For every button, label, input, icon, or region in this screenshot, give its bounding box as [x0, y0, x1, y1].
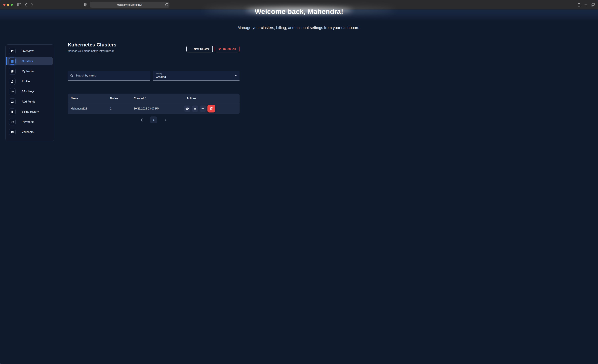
- url-text: https://myceliumcloud.tf: [117, 3, 142, 6]
- column-header-actions: Actions: [184, 97, 239, 100]
- page-content: Welcome back, Mahendra! Manage your clus…: [0, 9, 260, 158]
- sidebar-item-label: Vouchers: [22, 130, 33, 134]
- new-cluster-label: New Cluster: [194, 48, 209, 51]
- clusters-table: Name Nodes Created Actions Mahendra123 2…: [68, 94, 240, 114]
- sort-value: Created: [156, 75, 237, 79]
- panel-titles: Kubernetes Clusters Manage your cloud-na…: [68, 42, 116, 53]
- cluster-name-cell: Mahendra123: [68, 107, 107, 110]
- cluster-created-cell: 10/29/2025 03:07 PM: [131, 107, 184, 110]
- panel-header: Kubernetes Clusters Manage your cloud-na…: [68, 42, 240, 53]
- privacy-shield-icon[interactable]: [83, 2, 88, 7]
- sidebar-item-profile[interactable]: Profile: [7, 77, 53, 86]
- sidebar-item-ssh-keys[interactable]: SSH Keys: [7, 87, 53, 96]
- browser-chrome: https://myceliumcloud.tf: [0, 0, 260, 9]
- close-window-button[interactable]: [3, 4, 6, 6]
- servers-icon: [9, 58, 16, 65]
- delete-cluster-button[interactable]: [208, 105, 215, 113]
- table-row: Mahendra123 2 10/29/2025 03:07 PM: [68, 103, 239, 114]
- fullscreen-window-button[interactable]: [11, 4, 13, 6]
- dashboard-icon: [9, 48, 16, 54]
- url-bar[interactable]: https://myceliumcloud.tf: [90, 2, 169, 8]
- sidebar-item-label: Billing History: [22, 110, 39, 114]
- ticket-icon: [9, 129, 16, 135]
- column-header-created[interactable]: Created: [131, 97, 184, 100]
- filter-row: Sort by Created: [68, 71, 240, 81]
- download-kubeconfig-button[interactable]: [192, 106, 198, 112]
- pagination: 1: [68, 116, 240, 123]
- sidebar-item-clusters[interactable]: Clusters: [7, 57, 53, 65]
- chevron-right-icon: [165, 118, 167, 122]
- sidebar-item-my-nodes[interactable]: My Nodes: [7, 67, 53, 75]
- sort-label: Sort by: [156, 72, 237, 75]
- user-icon: [9, 78, 16, 85]
- sidebar-item-add-funds[interactable]: Add Funds: [7, 98, 53, 106]
- sidebar-item-label: Payments: [22, 120, 34, 124]
- sidebar-item-label: Profile: [22, 80, 30, 83]
- forward-button[interactable]: [30, 2, 34, 7]
- key-icon: [9, 88, 16, 95]
- download-icon: [193, 107, 197, 110]
- plus-icon: [201, 107, 204, 110]
- sidebar-item-label: SSH Keys: [22, 90, 34, 93]
- trash-icon: [210, 107, 213, 110]
- cluster-nodes-cell: 2: [107, 107, 131, 110]
- row-actions: [184, 105, 239, 113]
- delete-all-label: Delete All: [223, 48, 236, 51]
- previous-page-button[interactable]: [139, 118, 144, 122]
- sidebar-toggle-icon[interactable]: [17, 2, 22, 7]
- nodes-icon: [9, 68, 16, 75]
- plus-icon: [190, 48, 192, 50]
- sidebar-item-label: Clusters: [22, 59, 33, 63]
- sidebar-item-billing-history[interactable]: Billing History: [7, 108, 53, 116]
- delete-sweep-icon: [218, 48, 222, 51]
- chevron-down-icon: [235, 75, 237, 76]
- view-cluster-button[interactable]: [184, 106, 190, 112]
- add-node-button[interactable]: [200, 106, 206, 112]
- created-header-label: Created: [134, 97, 144, 100]
- chrome-left-controls: [3, 0, 34, 9]
- wallet-icon: [9, 98, 16, 105]
- search-icon: [70, 74, 73, 77]
- sidebar-item-label: My Nodes: [22, 70, 34, 73]
- clusters-panel: Kubernetes Clusters Manage your cloud-na…: [68, 42, 240, 135]
- sidebar-item-label: Add Funds: [22, 100, 35, 103]
- new-cluster-button[interactable]: New Cluster: [186, 46, 213, 52]
- hero-section: Welcome back, Mahendra! Manage your clus…: [0, 9, 260, 16]
- reload-icon[interactable]: [165, 3, 168, 7]
- table-header-row: Name Nodes Created Actions: [68, 94, 239, 103]
- column-header-name: Name: [68, 97, 107, 100]
- next-page-button[interactable]: [164, 118, 168, 122]
- sort-arrows-icon: [145, 97, 147, 100]
- clock-icon: [9, 119, 16, 125]
- sidebar-item-payments[interactable]: Payments: [7, 118, 53, 126]
- address-bar-area: https://myceliumcloud.tf: [83, 0, 169, 9]
- sidebar-item-vouchers[interactable]: Vouchers: [7, 128, 53, 136]
- receipt-icon: [9, 108, 16, 115]
- chevron-left-icon: [141, 118, 142, 122]
- sidebar: Overview Clusters My Nodes Profile: [6, 44, 54, 141]
- welcome-subtitle: Manage your clusters, billing, and accou…: [0, 25, 260, 30]
- eye-icon: [185, 107, 189, 110]
- minimize-window-button[interactable]: [7, 4, 9, 6]
- page-subtitle: Manage your cloud-native infrastructure: [68, 50, 116, 53]
- browser-window: https://myceliumcloud.tf: [0, 0, 260, 158]
- column-header-nodes: Nodes: [107, 97, 131, 100]
- sidebar-item-label: Overview: [22, 50, 33, 53]
- back-button[interactable]: [23, 2, 28, 7]
- sort-dropdown[interactable]: Sort by Created: [153, 71, 240, 81]
- search-input[interactable]: [75, 74, 148, 77]
- header-actions: New Cluster Delete All: [186, 46, 240, 53]
- delete-all-button[interactable]: Delete All: [215, 46, 240, 52]
- page-title: Kubernetes Clusters: [68, 42, 116, 48]
- page-number-button[interactable]: 1: [150, 116, 157, 123]
- sidebar-item-overview[interactable]: Overview: [7, 47, 53, 55]
- search-field: [68, 71, 150, 81]
